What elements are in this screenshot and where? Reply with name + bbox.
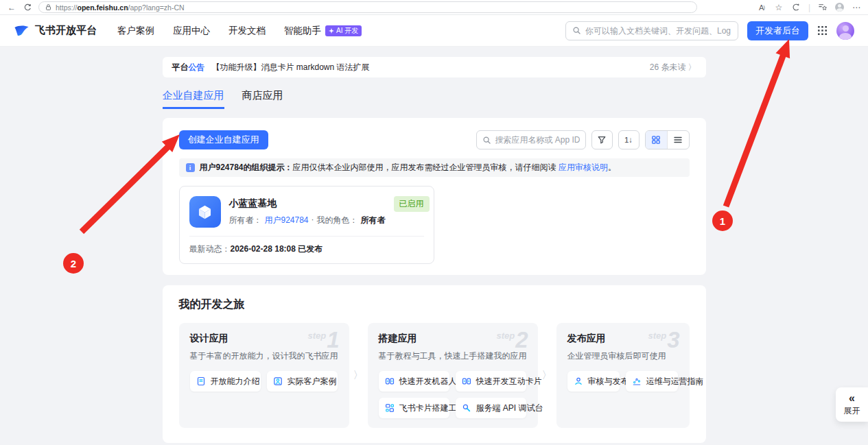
sort-button[interactable]: 1↓	[618, 130, 640, 149]
site-header: 飞书开放平台 客户案例 应用中心 开发文档 智能助手 AI 开发 开发者后台	[0, 15, 868, 47]
app-waffle-icon[interactable]	[817, 25, 828, 36]
nav-item-dev-docs[interactable]: 开发文档	[228, 25, 266, 37]
expand-label: 展开	[844, 405, 860, 417]
link-api-debugger[interactable]: 服务端 API 调试台	[456, 398, 526, 418]
nav-item-app-center[interactable]: 应用中心	[173, 25, 210, 37]
link-dev-card[interactable]: 快速开发互动卡片	[456, 371, 526, 392]
tab-store-apps[interactable]: 商店应用	[242, 89, 283, 109]
robot-icon	[385, 376, 395, 386]
tab-self-built-apps[interactable]: 企业自建应用	[163, 89, 224, 109]
create-app-button[interactable]: 创建企业自建应用	[179, 130, 268, 149]
journey-title: 我的开发之旅	[179, 298, 690, 312]
org-notice-bar: i 用户924784的组织提示：应用仅供本企业内部使用，应用发布需经过企业管理员…	[179, 158, 690, 177]
doc-icon	[196, 376, 206, 386]
api-debug-icon	[462, 403, 471, 413]
link-card-builder[interactable]: 飞书卡片搭建工具	[379, 398, 449, 418]
step-1-watermark: step1	[307, 331, 339, 349]
browser-toolbar: ← https://open.feishu.cn/app?lang=zh-CN …	[0, 0, 868, 15]
view-toggle	[645, 130, 690, 149]
sort-icon: 1↓	[624, 136, 633, 144]
search-icon	[572, 26, 581, 35]
role-label: 我的角色：	[317, 215, 358, 226]
list-view-button[interactable]	[668, 131, 689, 149]
step-2-watermark: step2	[496, 331, 528, 349]
annotation-circle-2	[63, 253, 84, 274]
step-separator-icon: 〉	[353, 369, 364, 382]
link-customer-cases[interactable]: 实际客户案例	[267, 371, 338, 392]
apps-toolbar: 创建企业自建应用 1↓	[179, 130, 690, 149]
chart-icon	[632, 376, 642, 386]
grid-view-button[interactable]	[646, 131, 667, 149]
site-security-icon[interactable]	[45, 3, 52, 11]
nav-item-customer-cases[interactable]: 客户案例	[117, 25, 154, 37]
dev-journey-panel: 我的开发之旅 step1 设计应用 基于丰富的开放能力，设计我的飞书应用 开放能…	[163, 285, 706, 443]
status-badge: 已启用	[394, 196, 430, 212]
link-ops-guide[interactable]: 运维与运营指南	[626, 371, 678, 392]
info-icon: i	[186, 163, 195, 172]
reload-icon[interactable]	[23, 3, 32, 12]
annotation-number-1: 1	[720, 215, 725, 227]
url-text: https://open.feishu.cn/app?lang=zh-CN	[56, 3, 185, 12]
app-card[interactable]: 小蓝蓝基地 所有者： 用户924784 · 我的角色： 所有者 已启用 最新动态…	[179, 186, 434, 264]
chevron-right-icon: 〉	[688, 62, 696, 73]
review-guide-link[interactable]: 应用审核说明	[559, 163, 608, 172]
expand-panel-button[interactable]: « 展开	[836, 387, 868, 422]
filter-icon	[597, 135, 607, 145]
browser-essentials-icon[interactable]	[791, 3, 801, 12]
brand-name: 飞书开放平台	[35, 24, 97, 37]
address-bar[interactable]: https://open.feishu.cn/app?lang=zh-CN	[38, 1, 697, 13]
main-nav: 客户案例 应用中心 开发文档 智能助手 AI 开发	[117, 25, 362, 37]
person-icon	[574, 376, 583, 386]
annotation-number-2: 2	[71, 258, 76, 269]
link-open-capabilities[interactable]: 开放能力介绍	[190, 371, 261, 392]
global-search-box[interactable]	[565, 21, 738, 40]
feishu-logo-icon	[14, 23, 30, 38]
grid-view-icon	[651, 135, 661, 145]
link-dev-bot[interactable]: 快速开发机器人	[379, 371, 449, 392]
dot-separator: ·	[312, 215, 314, 226]
toolbar-divider: |	[808, 3, 810, 12]
apps-panel: 创建企业自建应用 1↓	[163, 118, 706, 275]
step-card-publish: step3 发布应用 企业管理员审核后即可使用 审核与发布指南 运维与运营指南	[556, 323, 690, 428]
favorite-star-icon[interactable]: ☆	[774, 3, 784, 12]
app-cube-icon	[189, 196, 221, 228]
user-avatar[interactable]	[836, 22, 854, 40]
announcement-label: 平台公告	[172, 62, 205, 73]
notice-text: 用户924784的组织提示：应用仅供本企业内部使用，应用发布需经过企业管理员审核…	[200, 162, 616, 173]
step-card-design: step1 设计应用 基于丰富的开放能力，设计我的飞书应用 开放能力介绍 实际客…	[179, 323, 349, 428]
ai-dev-badge: AI 开发	[325, 25, 362, 36]
link-review-publish-guide[interactable]: 审核与发布指南	[567, 371, 620, 392]
search-icon	[482, 136, 491, 145]
sparkle-icon	[329, 28, 334, 34]
app-name: 小蓝蓝基地	[229, 197, 386, 210]
unread-count[interactable]: 26 条未读 〉	[650, 62, 696, 73]
filter-button[interactable]	[591, 130, 613, 149]
step-3-watermark: step3	[648, 331, 679, 349]
owner-link[interactable]: 用户924784	[265, 215, 309, 226]
latest-activity: 最新动态：2026-02-28 18:08 已发布	[180, 237, 434, 263]
app-search-input[interactable]	[495, 135, 580, 145]
global-search-input[interactable]	[585, 26, 731, 36]
step-separator-icon: 〉	[541, 369, 553, 382]
platform-announcement-bar[interactable]: 平台公告 【功能升级】消息卡片 markdown 语法扩展 26 条未读 〉	[163, 57, 706, 77]
browser-menu-icon[interactable]: ⋯	[852, 3, 861, 12]
developer-console-button[interactable]: 开发者后台	[747, 21, 808, 40]
owner-label: 所有者：	[229, 215, 262, 226]
annotation-circle-1	[712, 211, 733, 231]
browser-profile-icon[interactable]	[835, 3, 844, 12]
robot-icon	[462, 376, 471, 386]
customer-case-icon	[273, 376, 283, 386]
nav-item-ai-assistant[interactable]: 智能助手 AI 开发	[284, 25, 362, 37]
role-value: 所有者	[361, 215, 386, 226]
collections-icon[interactable]	[818, 3, 828, 12]
app-type-tabs: 企业自建应用 商店应用	[163, 89, 706, 109]
app-search-box[interactable]	[476, 130, 586, 149]
feishu-brand[interactable]: 飞书开放平台	[14, 23, 97, 38]
list-view-icon	[673, 135, 683, 145]
step-card-build: step2 搭建应用 基于教程与工具，快速上手搭建我的应用 快速开发机器人 快速…	[368, 323, 538, 428]
double-chevron-left-icon: «	[849, 393, 855, 404]
back-icon[interactable]: ←	[7, 3, 16, 12]
read-aloud-icon[interactable]: A)	[757, 3, 766, 12]
card-builder-icon	[385, 403, 395, 413]
announcement-text[interactable]: 【功能升级】消息卡片 markdown 语法扩展	[212, 62, 370, 73]
